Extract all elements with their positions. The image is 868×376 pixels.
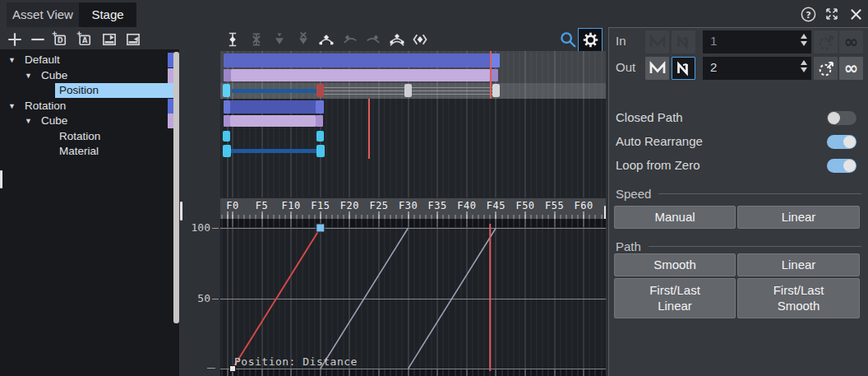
close-icon[interactable]	[847, 5, 865, 23]
in-count-spinner[interactable]	[801, 34, 807, 46]
keyframe[interactable]	[316, 131, 324, 142]
insert-keyframe-icon[interactable]	[223, 30, 242, 49]
keyframe[interactable]	[223, 131, 230, 142]
maximize-icon[interactable]	[823, 5, 841, 23]
inspector-panel: In 1 ∞ Out 2 ∞ Closed Path	[608, 27, 868, 376]
out-wrap-n-button[interactable]	[672, 57, 695, 80]
in-count-input[interactable]: 1	[703, 30, 811, 53]
settings-gear-button[interactable]	[578, 28, 603, 52]
closed-path-toggle[interactable]	[827, 111, 856, 125]
speed-manual-button[interactable]: Manual	[614, 206, 736, 229]
tree-item-material[interactable]: Material	[0, 144, 179, 159]
expand-caret-icon[interactable]: ▼	[8, 53, 16, 67]
curve-editor[interactable]: Position: Distance	[220, 219, 606, 376]
expand-caret-icon[interactable]: ▼	[8, 99, 16, 114]
out-infinity-button[interactable]: ∞	[839, 57, 863, 80]
tree-item-cube[interactable]: ▼Cube	[0, 114, 179, 128]
playhead[interactable]	[490, 51, 492, 99]
tree-timeline-splitter-handle[interactable]	[180, 202, 182, 220]
tree-item-position[interactable]: Position	[0, 83, 179, 98]
curve-key-start-icon[interactable]	[316, 30, 336, 49]
keyframe[interactable]	[223, 84, 230, 97]
keyframe[interactable]	[492, 84, 500, 97]
track-color-strip	[168, 53, 173, 67]
timeline-bar[interactable]	[491, 53, 500, 67]
wrap-n-icon	[675, 33, 693, 51]
timeline-bar[interactable]	[224, 53, 491, 67]
auto-rearrange-toggle[interactable]	[827, 135, 856, 149]
frame-label: F25	[369, 200, 388, 211]
svg-text:?: ?	[806, 8, 811, 20]
tree-item-default[interactable]: ▼Default	[0, 53, 179, 67]
curve-segment[interactable]	[321, 228, 409, 369]
timeline-bar[interactable]	[224, 115, 231, 127]
keyframe-connector[interactable]	[232, 89, 321, 93]
save-play-icon[interactable]	[99, 30, 119, 49]
timeline-bar[interactable]	[231, 69, 490, 81]
in-loop-button[interactable]	[814, 30, 838, 53]
in-infinity-button[interactable]: ∞	[839, 30, 863, 53]
help-icon[interactable]: ?	[799, 5, 817, 23]
out-loop-button[interactable]	[814, 57, 838, 80]
out-row: Out 2 ∞	[609, 57, 868, 80]
path-first-last-smooth-button[interactable]: First/Last Smooth	[737, 278, 860, 318]
path-first-last-linear-button[interactable]: First/Last Linear	[614, 278, 736, 318]
minus-icon[interactable]	[28, 30, 48, 49]
tab-stage[interactable]: Stage	[79, 2, 136, 27]
curve-segment[interactable]	[409, 228, 496, 369]
curve-segment[interactable]	[233, 228, 321, 369]
path-section-title: Path	[616, 239, 641, 253]
keyframe[interactable]	[223, 145, 231, 157]
keyframe[interactable]	[316, 145, 325, 157]
filter-keyframe-delete-icon[interactable]	[293, 30, 313, 49]
timeline-bar[interactable]	[230, 115, 316, 127]
selected-curve-key[interactable]	[316, 224, 325, 232]
tree-item-rotation[interactable]: ▼Rotation	[0, 99, 179, 114]
left-edge-splitter-handle[interactable]	[0, 170, 2, 188]
frame-label: F60	[575, 200, 593, 211]
tree-item-label: Rotation	[59, 129, 100, 144]
speed-linear-button[interactable]: Linear	[737, 206, 860, 229]
curve-key-mid-icon[interactable]	[340, 30, 360, 49]
out-label: Out	[616, 60, 635, 74]
timeline-bar[interactable]	[224, 100, 231, 114]
out-count-spinner[interactable]	[801, 60, 807, 72]
expand-caret-icon[interactable]: ▼	[25, 68, 32, 83]
save-import-icon[interactable]	[123, 30, 143, 49]
frame-ruler[interactable]: F0F5F10F15F20F25F30F35F40F45F50F55F60	[220, 197, 606, 219]
keyframe[interactable]	[316, 84, 324, 97]
in-wrap-n-button[interactable]	[672, 30, 695, 53]
path-linear-button[interactable]: Linear	[737, 253, 860, 276]
timeline-bar[interactable]	[230, 100, 316, 114]
tree-item-cube[interactable]: ▼Cube	[0, 68, 179, 83]
curve-key-all-icon[interactable]	[387, 30, 407, 49]
out-count-input[interactable]: 2	[703, 57, 811, 80]
loop-from-zero-toggle[interactable]	[827, 159, 856, 173]
path-smooth-button[interactable]: Smooth	[614, 253, 736, 276]
plus-icon[interactable]	[5, 30, 25, 49]
timeline-tree[interactable]: ▼Default▼CubePosition▼Rotation▼CubeRotat…	[0, 49, 179, 376]
timeline-bar[interactable]	[224, 69, 231, 81]
keyframe-connector[interactable]	[229, 149, 320, 153]
expand-caret-icon[interactable]: ▼	[25, 114, 32, 128]
search-icon[interactable]	[558, 30, 578, 49]
add-a-icon[interactable]: A	[75, 30, 95, 49]
delete-keyframe-icon[interactable]	[247, 30, 266, 49]
add-d-icon[interactable]: D	[50, 30, 70, 49]
curve-plot[interactable]	[220, 219, 606, 376]
out-wrap-m-button[interactable]	[645, 57, 669, 80]
dopesheet[interactable]	[220, 51, 606, 197]
y-tick-0	[207, 368, 215, 369]
timeline-bar[interactable]	[316, 100, 324, 114]
tree-item-rotation[interactable]: Rotation	[0, 129, 179, 144]
curve-key-end-icon[interactable]	[363, 30, 383, 49]
keyframe[interactable]	[404, 84, 412, 97]
frame-label: F5	[256, 200, 268, 211]
tab-asset-view[interactable]: Asset View	[7, 2, 79, 27]
filter-keyframe-icon[interactable]	[270, 30, 289, 49]
y-axis-label-100: 100	[179, 221, 210, 234]
playhead[interactable]	[368, 99, 370, 159]
in-wrap-m-button[interactable]	[645, 30, 669, 53]
key-brackets-icon[interactable]	[410, 30, 430, 49]
timeline-bar[interactable]	[316, 115, 323, 127]
